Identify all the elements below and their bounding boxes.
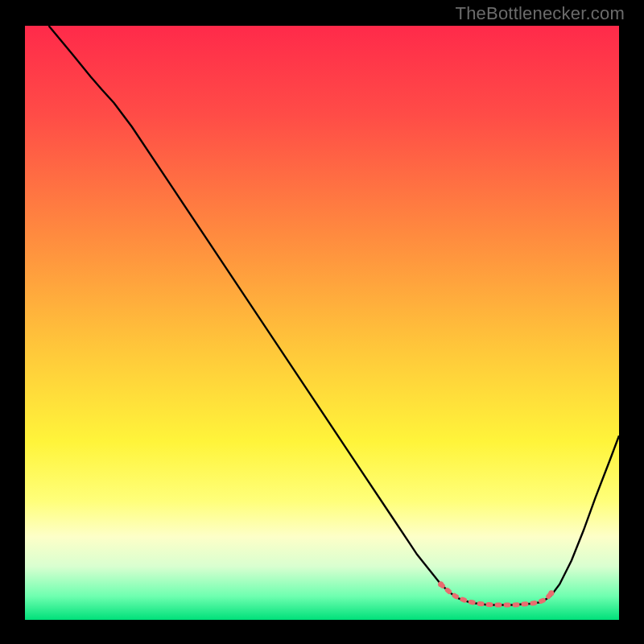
watermark-label: TheBottlenecker.com [456, 3, 625, 24]
highlight-end-dot [548, 590, 554, 596]
bottleneck-chart [0, 0, 644, 644]
gradient-plot-area [25, 26, 619, 620]
highlight-start-dot [438, 581, 444, 587]
